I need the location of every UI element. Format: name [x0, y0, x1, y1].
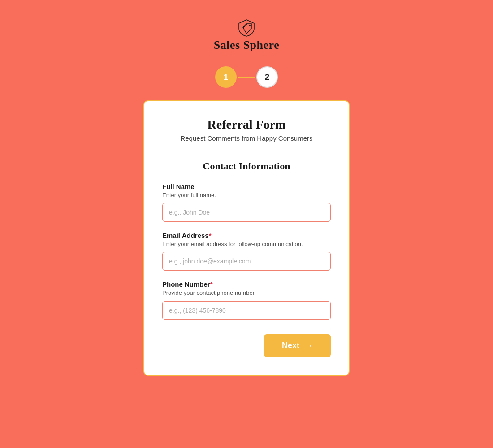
- phone-description: Provide your contact phone number.: [162, 289, 331, 297]
- phone-number-field-group: Phone Number* Provide your contact phone…: [162, 280, 331, 319]
- next-arrow-icon: →: [304, 340, 313, 351]
- email-description: Enter your email address for follow-up c…: [162, 240, 331, 248]
- section-title: Contact Information: [162, 160, 331, 172]
- email-required-star: *: [209, 232, 212, 239]
- next-button[interactable]: Next →: [264, 334, 331, 357]
- email-input[interactable]: [162, 252, 331, 271]
- form-header: Referral Form Request Comments from Happ…: [162, 117, 331, 142]
- phone-required-star: *: [210, 280, 213, 288]
- full-name-field-group: Full Name Enter your full name.: [162, 183, 331, 222]
- logo-section: Sales Sphere: [214, 18, 279, 52]
- logo-text: Sales Sphere: [214, 39, 279, 52]
- email-address-field-group: Email Address* Enter your email address …: [162, 232, 331, 271]
- price-tag-icon: [237, 18, 256, 37]
- full-name-input[interactable]: [162, 203, 331, 222]
- form-title: Referral Form: [162, 117, 331, 132]
- email-label: Email Address*: [162, 232, 331, 239]
- form-card: Referral Form Request Comments from Happ…: [143, 100, 350, 376]
- header-divider: [162, 151, 331, 151]
- step-connector: [238, 77, 255, 78]
- next-button-label: Next: [282, 341, 299, 350]
- form-subtitle: Request Comments from Happy Consumers: [162, 134, 331, 142]
- phone-label: Phone Number*: [162, 280, 331, 288]
- full-name-description: Enter your full name.: [162, 191, 331, 199]
- svg-point-0: [249, 25, 251, 26]
- button-container: Next →: [162, 330, 331, 357]
- full-name-label: Full Name: [162, 183, 331, 190]
- step-1-circle[interactable]: 1: [215, 66, 237, 88]
- step-indicator: 1 2: [215, 66, 278, 88]
- phone-input[interactable]: [162, 301, 331, 320]
- step-2-circle[interactable]: 2: [256, 66, 278, 88]
